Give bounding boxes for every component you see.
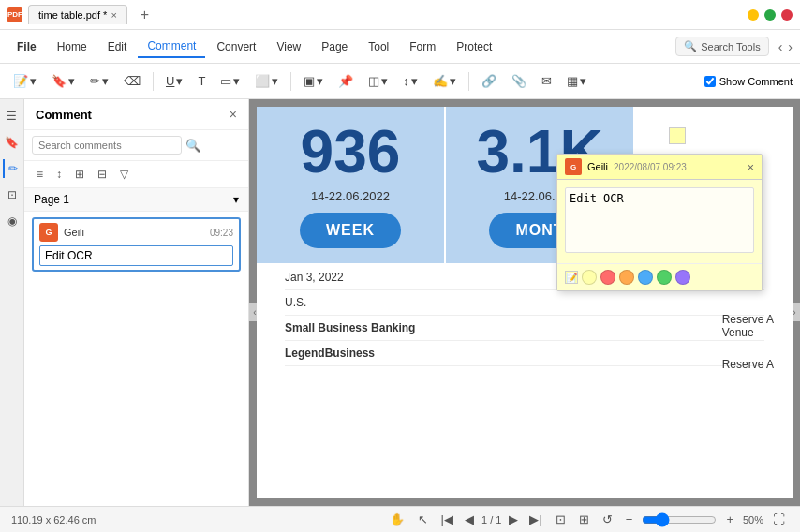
color-green[interactable] xyxy=(657,270,672,285)
stat-date-1: 14-22.06.2022 xyxy=(311,189,390,203)
table-row: Small Business Banking xyxy=(285,316,764,341)
show-comment-checkbox[interactable] xyxy=(704,76,716,87)
color-red[interactable] xyxy=(600,270,615,285)
stamp-icon: ◫ xyxy=(368,74,379,88)
menu-comment[interactable]: Comment xyxy=(138,36,205,58)
back-btn[interactable]: ‹ xyxy=(778,39,783,54)
sep3 xyxy=(468,72,469,91)
total-pages: 1 xyxy=(496,514,501,525)
sticky-text-area[interactable] xyxy=(565,187,754,253)
sort-btn[interactable]: ≡ xyxy=(32,165,48,184)
zoom-in-btn[interactable]: + xyxy=(722,511,737,527)
collapse-btn[interactable]: ⊟ xyxy=(93,165,111,184)
hand-tool-btn[interactable]: ✋ xyxy=(386,511,408,527)
filter-btn[interactable]: ▽ xyxy=(115,165,133,184)
search-tools-label: Search Tools xyxy=(701,41,760,52)
comment-search-input[interactable] xyxy=(32,136,182,155)
order-btn[interactable]: ↕ xyxy=(52,165,67,184)
menu-edit[interactable]: Edit xyxy=(98,37,137,57)
prev-page-btn[interactable]: ◀ xyxy=(461,511,478,527)
underline-tool-btn[interactable]: U▾ xyxy=(160,70,188,92)
menu-page[interactable]: Page xyxy=(312,37,357,57)
zoom-out-btn[interactable]: − xyxy=(622,511,637,527)
color-orange[interactable] xyxy=(619,270,634,285)
file-tab[interactable]: time table.pdf * × xyxy=(28,5,127,24)
dimensions-label: 110.19 x 62.46 cm xyxy=(11,514,96,525)
layers-icon-btn[interactable]: ⊡ xyxy=(3,185,22,204)
color-yellow[interactable] xyxy=(582,270,597,285)
color-blue[interactable] xyxy=(638,270,653,285)
show-comment-label: Show Comment xyxy=(719,76,793,87)
panel-icon-btn[interactable]: ☰ xyxy=(3,107,22,126)
measure-tool-btn[interactable]: ↕▾ xyxy=(397,70,423,92)
fit-width-btn[interactable]: ⊡ xyxy=(552,511,570,527)
next-page-btn[interactable]: ▶ xyxy=(505,511,522,527)
menu-tool[interactable]: Tool xyxy=(359,37,398,57)
bookmark-tool-btn[interactable]: 🔖▾ xyxy=(46,70,81,92)
link-tool-btn[interactable]: 🔗 xyxy=(476,70,502,92)
search-tools[interactable]: 🔍 Search Tools xyxy=(675,37,768,56)
box-tool-btn[interactable]: ▣▾ xyxy=(298,70,329,92)
sticky-note-icon[interactable]: 📝 xyxy=(565,271,578,284)
menu-form[interactable]: Form xyxy=(400,37,445,57)
ocr-icon-btn[interactable]: ◉ xyxy=(3,212,22,230)
zoom-slider[interactable] xyxy=(642,512,717,527)
first-page-btn[interactable]: |◀ xyxy=(437,511,457,527)
email-icon: ✉ xyxy=(541,74,552,88)
color-purple[interactable] xyxy=(675,270,690,285)
erase-tool-btn[interactable]: ⌫ xyxy=(118,70,146,92)
sticky-note-content xyxy=(557,180,762,263)
week-btn[interactable]: WEEK xyxy=(300,213,401,248)
shape-tool-btn[interactable]: ⬜▾ xyxy=(249,70,284,92)
reserve-2: Reserve A xyxy=(722,358,774,371)
rotate-btn[interactable]: ↺ xyxy=(599,511,616,527)
menu-convert[interactable]: Convert xyxy=(207,37,265,57)
sidebar-close-btn[interactable]: × xyxy=(230,107,237,122)
area-icon: ▦ xyxy=(567,74,578,88)
search-btn[interactable]: 🔍 xyxy=(185,139,201,153)
sidebar-header: Comment × xyxy=(24,99,248,130)
email-tool-btn[interactable]: ✉ xyxy=(536,70,557,92)
comment-avatar: G xyxy=(39,223,58,242)
expand-btn[interactable]: ⊞ xyxy=(70,165,89,184)
comment-icon-btn[interactable]: ✏ xyxy=(3,159,22,178)
tab-close-btn[interactable]: × xyxy=(111,9,116,21)
sticky-close-btn[interactable]: × xyxy=(747,160,754,174)
attach-tool-btn[interactable]: 📎 xyxy=(506,70,532,92)
arrow-tool-btn[interactable]: ↖ xyxy=(414,511,432,527)
text-tool-btn[interactable]: T xyxy=(192,70,211,92)
add-tab-btn[interactable]: + xyxy=(137,7,153,23)
maximize-btn[interactable] xyxy=(764,9,776,21)
current-page: 1 xyxy=(481,514,487,525)
pencil-icon: ✏ xyxy=(90,74,100,88)
page-indicator: 1 / 1 xyxy=(481,514,501,525)
table-row: LegendBusiness xyxy=(285,341,764,366)
stamp-tool-btn[interactable]: ◫▾ xyxy=(363,70,393,92)
sticky-pin[interactable] xyxy=(669,127,686,144)
sticky-tool-btn[interactable]: 📌 xyxy=(333,70,359,92)
area-tool-btn[interactable]: ▦▾ xyxy=(561,70,592,92)
sign-tool-btn[interactable]: ✍▾ xyxy=(427,70,462,92)
comment-text-input[interactable] xyxy=(39,245,233,266)
page1-section[interactable]: Page 1 ▾ xyxy=(24,188,248,212)
status-bar-right: ✋ ↖ |◀ ◀ 1 / 1 ▶ ▶| ⊡ ⊞ ↺ − + 50% ⛶ xyxy=(386,511,789,527)
sidebar-icon-strip: ☰ 🔖 ✏ ⊡ ◉ xyxy=(0,99,24,506)
menu-view[interactable]: View xyxy=(267,37,310,57)
forward-btn[interactable]: › xyxy=(788,39,793,54)
right-column: Reserve AVenue Reserve A xyxy=(722,313,774,371)
bookmark-icon-btn[interactable]: 🔖 xyxy=(3,133,22,152)
eraser-icon: ⌫ xyxy=(124,74,141,88)
menu-home[interactable]: Home xyxy=(48,37,96,57)
fit-page-btn[interactable]: ⊞ xyxy=(575,511,593,527)
close-btn[interactable] xyxy=(781,9,793,21)
menu-protect[interactable]: Protect xyxy=(447,37,501,57)
last-page-btn[interactable]: ▶| xyxy=(526,511,545,527)
rect-tool-btn[interactable]: ▭▾ xyxy=(215,70,245,92)
menu-file[interactable]: File xyxy=(7,37,46,57)
file-tab-name: time table.pdf * xyxy=(38,9,107,21)
fullscreen-btn[interactable]: ⛶ xyxy=(769,511,789,527)
minimize-btn[interactable] xyxy=(748,9,759,21)
stat-box-week: 936 14-22.06.2022 WEEK xyxy=(257,107,444,263)
draw-tool-btn[interactable]: ✏▾ xyxy=(84,70,114,92)
note-tool-btn[interactable]: 📝▾ xyxy=(7,70,42,92)
